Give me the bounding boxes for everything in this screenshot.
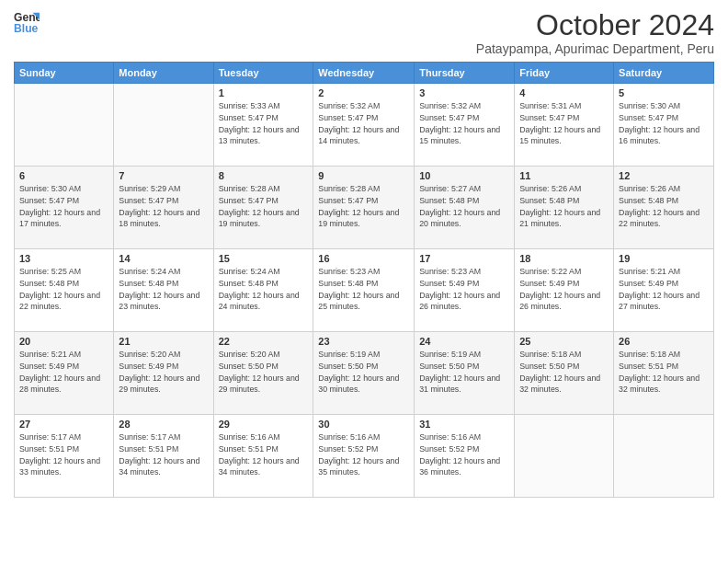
day-info: Sunrise: 5:30 AM Sunset: 5:47 PM Dayligh… <box>619 100 709 147</box>
calendar-week-row: 27Sunrise: 5:17 AM Sunset: 5:51 PM Dayli… <box>15 415 714 498</box>
calendar-week-row: 13Sunrise: 5:25 AM Sunset: 5:48 PM Dayli… <box>15 249 714 332</box>
table-row: 27Sunrise: 5:17 AM Sunset: 5:51 PM Dayli… <box>15 415 114 498</box>
day-info: Sunrise: 5:33 AM Sunset: 5:47 PM Dayligh… <box>219 100 309 147</box>
table-row: 28Sunrise: 5:17 AM Sunset: 5:51 PM Dayli… <box>114 415 213 498</box>
day-number: 10 <box>419 170 509 181</box>
day-info: Sunrise: 5:22 AM Sunset: 5:49 PM Dayligh… <box>519 266 609 313</box>
day-number: 7 <box>119 170 208 181</box>
table-row: 22Sunrise: 5:20 AM Sunset: 5:50 PM Dayli… <box>213 332 313 415</box>
day-info: Sunrise: 5:16 AM Sunset: 5:51 PM Dayligh… <box>219 431 309 478</box>
table-row: 26Sunrise: 5:18 AM Sunset: 5:51 PM Dayli… <box>614 332 714 415</box>
table-row: 29Sunrise: 5:16 AM Sunset: 5:51 PM Dayli… <box>213 415 313 498</box>
table-row: 9Sunrise: 5:28 AM Sunset: 5:47 PM Daylig… <box>313 167 415 249</box>
day-number: 12 <box>619 170 709 181</box>
day-info: Sunrise: 5:26 AM Sunset: 5:48 PM Dayligh… <box>619 183 709 230</box>
table-row: 11Sunrise: 5:26 AM Sunset: 5:48 PM Dayli… <box>515 167 614 249</box>
day-number: 20 <box>19 336 108 347</box>
day-number: 28 <box>119 419 208 430</box>
table-row: 20Sunrise: 5:21 AM Sunset: 5:49 PM Dayli… <box>15 332 114 415</box>
day-info: Sunrise: 5:21 AM Sunset: 5:49 PM Dayligh… <box>19 349 108 396</box>
col-thursday: Thursday <box>415 63 515 84</box>
day-info: Sunrise: 5:28 AM Sunset: 5:47 PM Dayligh… <box>219 183 309 230</box>
table-row: 2Sunrise: 5:32 AM Sunset: 5:47 PM Daylig… <box>313 84 415 167</box>
table-row: 23Sunrise: 5:19 AM Sunset: 5:50 PM Dayli… <box>313 332 415 415</box>
day-info: Sunrise: 5:23 AM Sunset: 5:49 PM Dayligh… <box>419 266 509 313</box>
table-row: 1Sunrise: 5:33 AM Sunset: 5:47 PM Daylig… <box>213 84 313 167</box>
day-number: 13 <box>19 253 108 264</box>
day-number: 4 <box>519 87 609 98</box>
day-info: Sunrise: 5:28 AM Sunset: 5:47 PM Dayligh… <box>318 183 409 230</box>
table-row <box>15 84 114 167</box>
day-number: 26 <box>619 336 709 347</box>
day-info: Sunrise: 5:23 AM Sunset: 5:48 PM Dayligh… <box>318 266 409 313</box>
day-number: 19 <box>619 253 709 264</box>
table-row: 24Sunrise: 5:19 AM Sunset: 5:50 PM Dayli… <box>415 332 515 415</box>
day-number: 23 <box>318 336 409 347</box>
table-row: 3Sunrise: 5:32 AM Sunset: 5:47 PM Daylig… <box>415 84 515 167</box>
day-info: Sunrise: 5:24 AM Sunset: 5:48 PM Dayligh… <box>119 266 208 313</box>
day-number: 5 <box>619 87 709 98</box>
day-info: Sunrise: 5:31 AM Sunset: 5:47 PM Dayligh… <box>519 100 609 147</box>
day-number: 6 <box>19 170 108 181</box>
day-info: Sunrise: 5:29 AM Sunset: 5:47 PM Dayligh… <box>119 183 208 230</box>
table-row: 31Sunrise: 5:16 AM Sunset: 5:52 PM Dayli… <box>415 415 515 498</box>
svg-text:Blue: Blue <box>14 22 39 35</box>
calendar-week-row: 6Sunrise: 5:30 AM Sunset: 5:47 PM Daylig… <box>15 167 714 249</box>
col-saturday: Saturday <box>614 63 714 84</box>
table-row: 4Sunrise: 5:31 AM Sunset: 5:47 PM Daylig… <box>515 84 614 167</box>
day-info: Sunrise: 5:32 AM Sunset: 5:47 PM Dayligh… <box>419 100 509 147</box>
calendar-header-row: Sunday Monday Tuesday Wednesday Thursday… <box>15 63 714 84</box>
col-monday: Monday <box>114 63 213 84</box>
day-info: Sunrise: 5:19 AM Sunset: 5:50 PM Dayligh… <box>318 349 409 396</box>
day-number: 25 <box>519 336 609 347</box>
calendar-table: Sunday Monday Tuesday Wednesday Thursday… <box>14 62 714 498</box>
day-number: 2 <box>318 87 409 98</box>
col-tuesday: Tuesday <box>213 63 313 84</box>
day-number: 8 <box>219 170 309 181</box>
day-number: 14 <box>119 253 208 264</box>
table-row <box>114 84 213 167</box>
day-info: Sunrise: 5:16 AM Sunset: 5:52 PM Dayligh… <box>318 431 409 478</box>
day-info: Sunrise: 5:17 AM Sunset: 5:51 PM Dayligh… <box>19 431 108 478</box>
table-row: 8Sunrise: 5:28 AM Sunset: 5:47 PM Daylig… <box>213 167 313 249</box>
header: General Blue October 2024 Pataypampa, Ap… <box>14 9 714 56</box>
day-info: Sunrise: 5:25 AM Sunset: 5:48 PM Dayligh… <box>19 266 108 313</box>
day-info: Sunrise: 5:27 AM Sunset: 5:48 PM Dayligh… <box>419 183 509 230</box>
day-number: 9 <box>318 170 409 181</box>
day-info: Sunrise: 5:20 AM Sunset: 5:49 PM Dayligh… <box>119 349 208 396</box>
day-info: Sunrise: 5:24 AM Sunset: 5:48 PM Dayligh… <box>219 266 309 313</box>
day-number: 11 <box>519 170 609 181</box>
day-info: Sunrise: 5:18 AM Sunset: 5:50 PM Dayligh… <box>519 349 609 396</box>
day-info: Sunrise: 5:17 AM Sunset: 5:51 PM Dayligh… <box>119 431 208 478</box>
day-info: Sunrise: 5:21 AM Sunset: 5:49 PM Dayligh… <box>619 266 709 313</box>
table-row: 14Sunrise: 5:24 AM Sunset: 5:48 PM Dayli… <box>114 249 213 332</box>
table-row: 21Sunrise: 5:20 AM Sunset: 5:49 PM Dayli… <box>114 332 213 415</box>
day-number: 29 <box>219 419 309 430</box>
table-row: 16Sunrise: 5:23 AM Sunset: 5:48 PM Dayli… <box>313 249 415 332</box>
day-info: Sunrise: 5:18 AM Sunset: 5:51 PM Dayligh… <box>619 349 709 396</box>
subtitle: Pataypampa, Apurimac Department, Peru <box>476 41 714 56</box>
table-row: 18Sunrise: 5:22 AM Sunset: 5:49 PM Dayli… <box>515 249 614 332</box>
day-info: Sunrise: 5:26 AM Sunset: 5:48 PM Dayligh… <box>519 183 609 230</box>
table-row: 15Sunrise: 5:24 AM Sunset: 5:48 PM Dayli… <box>213 249 313 332</box>
day-number: 22 <box>219 336 309 347</box>
day-info: Sunrise: 5:16 AM Sunset: 5:52 PM Dayligh… <box>419 431 509 478</box>
table-row: 30Sunrise: 5:16 AM Sunset: 5:52 PM Dayli… <box>313 415 415 498</box>
logo-icon: General Blue <box>14 9 40 35</box>
table-row: 12Sunrise: 5:26 AM Sunset: 5:48 PM Dayli… <box>614 167 714 249</box>
table-row: 25Sunrise: 5:18 AM Sunset: 5:50 PM Dayli… <box>515 332 614 415</box>
table-row: 13Sunrise: 5:25 AM Sunset: 5:48 PM Dayli… <box>15 249 114 332</box>
calendar-week-row: 20Sunrise: 5:21 AM Sunset: 5:49 PM Dayli… <box>15 332 714 415</box>
day-info: Sunrise: 5:30 AM Sunset: 5:47 PM Dayligh… <box>19 183 108 230</box>
day-number: 3 <box>419 87 509 98</box>
day-number: 16 <box>318 253 409 264</box>
day-info: Sunrise: 5:19 AM Sunset: 5:50 PM Dayligh… <box>419 349 509 396</box>
month-title: October 2024 <box>476 9 714 41</box>
day-number: 17 <box>419 253 509 264</box>
table-row: 17Sunrise: 5:23 AM Sunset: 5:49 PM Dayli… <box>415 249 515 332</box>
day-number: 30 <box>318 419 409 430</box>
calendar-week-row: 1Sunrise: 5:33 AM Sunset: 5:47 PM Daylig… <box>15 84 714 167</box>
table-row: 19Sunrise: 5:21 AM Sunset: 5:49 PM Dayli… <box>614 249 714 332</box>
day-info: Sunrise: 5:32 AM Sunset: 5:47 PM Dayligh… <box>318 100 409 147</box>
title-block: October 2024 Pataypampa, Apurimac Depart… <box>476 9 714 56</box>
